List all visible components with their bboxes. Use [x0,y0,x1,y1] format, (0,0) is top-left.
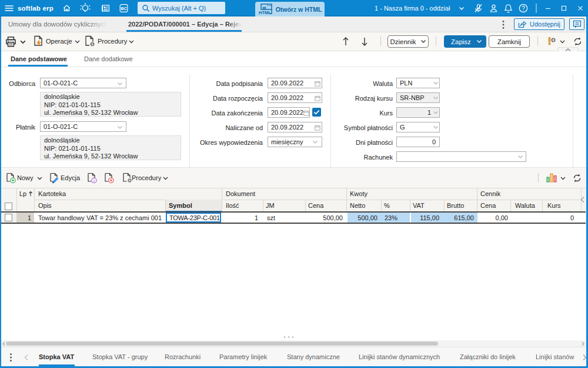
svg-text:HTML: HTML [259,10,271,15]
svg-text:BC: BC [121,6,127,11]
svg-text:?: ? [522,5,525,12]
